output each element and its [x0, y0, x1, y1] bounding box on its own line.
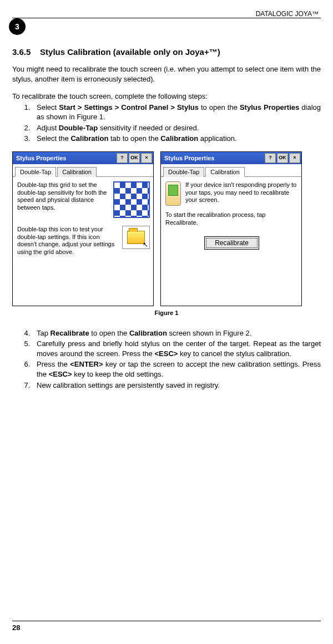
stylus-window-double-tap: Stylus Properties ? OK × Double-Tap Cali…	[12, 151, 154, 306]
list-item: Carefully press and briefly hold stylus …	[32, 339, 321, 358]
test-instruction: Double-tap this icon to test your double…	[17, 226, 118, 256]
calibration-instruction-2: To start the recalibration process, tap …	[165, 211, 298, 227]
window-title: Stylus Properties	[164, 155, 265, 161]
titlebar: Stylus Properties ? OK ×	[161, 152, 301, 164]
list-item: Press the <ENTER> key or tap the screen …	[32, 359, 321, 379]
tab-calibration[interactable]: Calibration	[205, 167, 245, 177]
section-heading: 3.6.5 Stylus Calibration (available only…	[12, 47, 321, 57]
close-button[interactable]: ×	[141, 153, 152, 163]
steps-list-a: Select Start > Settings > Control Panel …	[12, 103, 321, 144]
header-rule	[12, 18, 321, 18]
calibration-instruction-1: If your device isn't responding properly…	[185, 181, 298, 204]
tab-double-tap[interactable]: Double-Tap	[163, 167, 204, 177]
steps-list-b: Tap Recalibrate to open the Calibration …	[12, 328, 321, 390]
page-number: 28	[12, 623, 20, 632]
stylus-window-calibration: Stylus Properties ? OK × Double-Tap Cali…	[160, 151, 302, 306]
grid-instruction: Double-tap this grid to set the double-t…	[17, 181, 109, 212]
close-button[interactable]: ×	[289, 153, 300, 163]
section-number: 3.6.5	[12, 47, 31, 57]
steps-lead: To recalibrate the touch screen, complet…	[12, 92, 321, 102]
double-tap-grid-icon[interactable]	[113, 181, 150, 218]
window-title: Stylus Properties	[16, 155, 117, 161]
ok-button[interactable]: OK	[129, 153, 140, 163]
tabs: Double-Tap Calibration	[161, 164, 301, 177]
list-item: New calibration settings are persistentl…	[32, 381, 321, 391]
titlebar: Stylus Properties ? OK ×	[13, 152, 153, 164]
help-button[interactable]: ?	[265, 153, 276, 163]
recalibrate-button[interactable]: Recalibrate	[204, 236, 259, 250]
list-item: Select Start > Settings > Control Panel …	[32, 103, 321, 122]
ok-button[interactable]: OK	[277, 153, 288, 163]
list-item: Adjust Double-Tap sensitivity if needed …	[32, 123, 321, 133]
help-button[interactable]: ?	[117, 153, 128, 163]
chapter-badge: 3	[9, 18, 26, 35]
list-item: Select the Calibration tab to open the C…	[32, 134, 321, 144]
figure-caption: Figure 1	[12, 310, 321, 316]
section-title: Stylus Calibration (available only on Jo…	[40, 47, 220, 57]
tab-calibration[interactable]: Calibration	[57, 167, 97, 177]
cursor-icon: ↖	[143, 241, 148, 249]
device-icon	[165, 181, 181, 206]
intro-paragraph: You might need to recalibrate the touch …	[12, 64, 321, 84]
tabs: Double-Tap Calibration	[13, 164, 153, 177]
running-head: DATALOGIC JOYA™	[12, 10, 319, 18]
tab-double-tap[interactable]: Double-Tap	[15, 167, 56, 177]
page-footer: 28	[12, 621, 321, 632]
figure-row: Stylus Properties ? OK × Double-Tap Cali…	[12, 151, 321, 306]
list-item: Tap Recalibrate to open the Calibration …	[32, 328, 321, 338]
test-icon[interactable]: ↖	[122, 226, 150, 249]
